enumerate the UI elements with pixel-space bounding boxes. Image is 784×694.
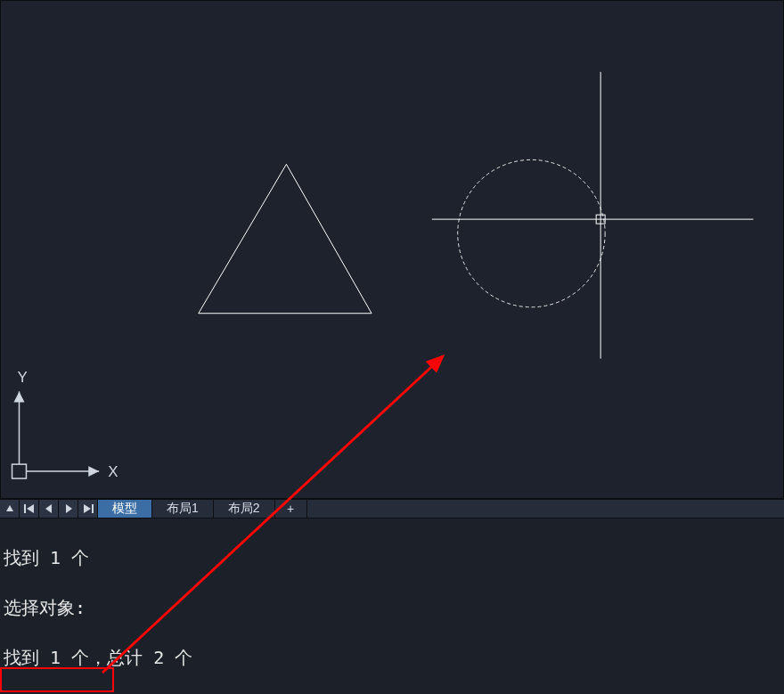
crosshair-cursor [432, 72, 754, 359]
tab-prev-button[interactable] [39, 500, 59, 518]
drawing-canvas[interactable]: Y X [0, 0, 784, 499]
tab-bar: 模型 布局1 布局2 + [0, 499, 784, 518]
tab-model[interactable]: 模型 [98, 500, 152, 518]
tab-next-button[interactable] [59, 500, 78, 518]
cmd-line: 找到 1 个，总计 2 个 [4, 645, 780, 670]
svg-marker-7 [14, 391, 25, 402]
tab-layout2[interactable]: 布局2 [214, 500, 275, 518]
tab-first-button[interactable] [20, 500, 39, 518]
svg-marker-10 [27, 504, 34, 513]
cmd-line: 选择对象: [4, 595, 780, 620]
tab-scroll-up-button[interactable] [0, 500, 20, 518]
tab-add-button[interactable]: + [275, 500, 307, 518]
svg-rect-14 [92, 504, 94, 513]
triangle-shape[interactable] [199, 164, 372, 313]
svg-marker-8 [6, 505, 13, 511]
svg-marker-11 [45, 504, 52, 513]
plus-icon: + [287, 502, 294, 516]
svg-rect-9 [24, 504, 26, 513]
tab-label: 布局1 [167, 501, 199, 517]
tab-last-button[interactable] [78, 500, 98, 518]
svg-rect-3 [12, 464, 27, 478]
ucs-icon: Y X [12, 369, 118, 480]
command-history[interactable]: 找到 1 个 选择对象: 找到 1 个，总计 2 个 选择对象: 命令: 命令:… [0, 518, 784, 694]
tab-layout1[interactable]: 布局1 [152, 500, 214, 518]
tab-label: 模型 [112, 501, 137, 517]
ucs-y-label: Y [18, 369, 28, 386]
svg-marker-12 [66, 504, 72, 513]
cmd-line: 找到 1 个 [4, 545, 780, 570]
tab-label: 布局2 [228, 501, 260, 517]
circle-shape[interactable] [458, 159, 605, 306]
ucs-x-label: X [108, 463, 118, 480]
svg-marker-13 [84, 504, 91, 513]
svg-marker-5 [88, 466, 99, 477]
